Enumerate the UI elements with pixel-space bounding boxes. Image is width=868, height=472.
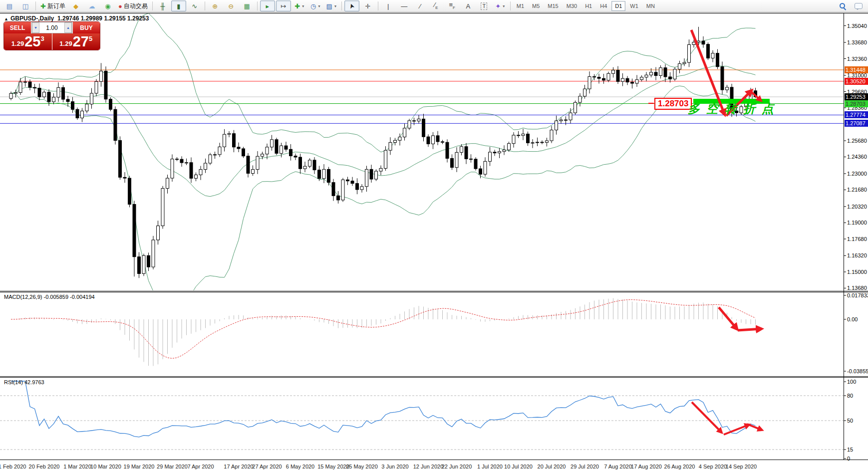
volume-stepper[interactable]: ▼ ▲ — [31, 22, 72, 33]
bull-bear-turning-point-note[interactable]: 多空转折点 — [688, 101, 780, 117]
date-tick-label: 20 Feb 2020 — [29, 464, 60, 470]
timeframe-w1[interactable]: W1 — [626, 1, 642, 11]
arrows-icon[interactable]: ✦▾ — [493, 0, 508, 11]
candlestick-chart-icon: ▮ — [177, 3, 180, 9]
date-tick-label: 29 Jul 2020 — [571, 464, 599, 470]
crosshair-icon[interactable]: ✛ — [360, 0, 375, 11]
volume-increase-button[interactable]: ▲ — [64, 22, 72, 33]
chart-shift-icon[interactable]: ↦ — [276, 0, 291, 11]
rsi-tick-label: 50 — [847, 418, 853, 424]
rsi-tick-label: 0 — [847, 456, 850, 462]
timeframe-h1[interactable]: H1 — [581, 1, 595, 11]
volume-decrease-button[interactable]: ▼ — [32, 22, 39, 33]
zoom-out-icon[interactable]: ⊖ — [224, 0, 239, 11]
community-icon[interactable]: ☁ — [84, 0, 99, 11]
date-tick-label: 20 Jul 2020 — [538, 464, 566, 470]
buy-button[interactable]: BUY — [73, 22, 100, 33]
timeframe-mn[interactable]: MN — [643, 1, 658, 11]
buy-price-display[interactable]: 1.29275 — [52, 33, 100, 50]
chat-icon[interactable] — [851, 0, 866, 11]
community-icon: ☁ — [88, 3, 95, 9]
fibonacci-icon[interactable]: ≡F — [445, 0, 460, 11]
charts-window-icon: ▤ — [6, 3, 12, 9]
date-tick-label: 12 Jun 2020 — [413, 464, 444, 470]
price-level-flag[interactable]: 1.28703 — [654, 98, 692, 110]
collapse-ohlc-icon[interactable]: ▲ — [4, 16, 8, 21]
timeframe-d1[interactable]: D1 — [611, 1, 625, 11]
price-tick-label: 1.21680 — [847, 187, 867, 193]
templates-icon[interactable]: ▨▾ — [324, 0, 339, 11]
volume-input[interactable] — [39, 22, 64, 33]
price-tick-label: 1.15000 — [847, 269, 867, 275]
price-tick-label: 1.17680 — [847, 236, 867, 242]
tile-windows-icon[interactable]: ▦ — [240, 0, 255, 11]
horizontal-line-icon[interactable]: — — [397, 0, 412, 11]
one-click-trading-panel[interactable]: SELL ▼ ▲ BUY 1.29253 1.29275 — [4, 22, 100, 50]
price-line-badge: 1.27087 — [845, 120, 868, 127]
search-icon[interactable] — [835, 0, 850, 11]
timeframe-m5[interactable]: M5 — [529, 1, 543, 11]
zoom-in-icon[interactable]: ⊕ — [208, 0, 223, 11]
periods-icon-dropdown[interactable]: ▾ — [318, 4, 320, 8]
templates-icon: ▨ — [326, 3, 332, 9]
auto-scroll-icon[interactable]: ▸ — [260, 0, 275, 11]
cursor-icon[interactable]: ➤ — [344, 0, 359, 11]
text-icon[interactable]: A — [461, 0, 476, 11]
price-line-badge: 1.29253 — [845, 93, 868, 100]
timeframe-h4[interactable]: H4 — [596, 1, 610, 11]
price-axis[interactable] — [844, 13, 868, 291]
price-tick-label: 1.32360 — [847, 56, 867, 62]
timeframe-m30[interactable]: M30 — [563, 1, 580, 11]
date-tick-label: 27 Apr 2020 — [252, 464, 282, 470]
channel-icon[interactable]: ∕E — [429, 0, 444, 11]
trendline-icon[interactable]: ∕ — [413, 0, 428, 11]
macd-axis[interactable] — [844, 292, 868, 377]
text-label-icon[interactable]: T — [477, 0, 492, 11]
tile-windows-icon: ▦ — [244, 3, 250, 9]
chart-shift-icon: ↦ — [281, 3, 286, 9]
chart-title: ▲GBPUSD-,Daily 1.29746 1.29989 1.29155 1… — [4, 15, 149, 22]
charts-window-icon[interactable]: ▤ — [2, 0, 17, 11]
date-tick-label: 10 Mar 2020 — [90, 464, 121, 470]
strategy-tester-icon[interactable]: ◫ — [18, 0, 33, 11]
market-icon[interactable]: ◆ — [68, 0, 83, 11]
indicators-icon-dropdown[interactable]: ▾ — [302, 4, 304, 8]
date-tick-label: 29 Mar 2020 — [157, 464, 188, 470]
date-tick-label: 15 May 2020 — [317, 464, 349, 470]
date-tick-label: 25 May 2020 — [346, 464, 378, 470]
date-tick-label: 3 Jun 2020 — [381, 464, 408, 470]
trendline-icon: ∕ — [420, 3, 421, 9]
vertical-line-icon[interactable]: | — [381, 0, 396, 11]
sell-button[interactable]: SELL — [4, 22, 31, 33]
autotrading-button-label: 自动交易 — [124, 2, 148, 10]
date-tick-label: 22 Jun 2020 — [442, 464, 472, 470]
cursor-icon: ➤ — [348, 2, 356, 10]
indicators-icon: ✚ — [294, 3, 300, 9]
ohlc-values: 1.29746 1.29989 1.29155 1.29253 — [57, 15, 149, 22]
toolbar: ▤◫✚新订单◆☁◉●自动交易╫▮∿⊕⊖▦▸↦✚▾◷▾▨▾➤✛|—∕∕E≡FAT✦… — [0, 0, 868, 12]
indicators-icon[interactable]: ✚▾ — [292, 0, 307, 11]
arrows-icon-dropdown[interactable]: ▾ — [503, 4, 505, 8]
date-tick-label: 7 Apr 2020 — [187, 464, 214, 470]
new-order-button: ✚ — [40, 3, 46, 9]
signals-icon[interactable]: ◉ — [100, 0, 115, 11]
autotrading-button: ● — [118, 3, 122, 9]
candlestick-chart-icon[interactable]: ▮ — [171, 0, 186, 11]
sell-price-display[interactable]: 1.29253 — [4, 33, 52, 50]
line-chart-icon[interactable]: ∿ — [187, 0, 202, 11]
date-tick-label: 6 May 2020 — [286, 464, 314, 470]
price-tick-label: 1.16320 — [847, 252, 867, 258]
new-order-button[interactable]: ✚新订单 — [38, 0, 67, 11]
bar-chart-icon[interactable]: ╫ — [155, 0, 170, 11]
buy-price-big: 27 — [73, 34, 89, 49]
periods-icon[interactable]: ◷▾ — [308, 0, 323, 11]
templates-icon-dropdown[interactable]: ▾ — [334, 4, 336, 8]
line-chart-icon: ∿ — [192, 3, 197, 9]
timeframe-m1[interactable]: M1 — [513, 1, 528, 11]
rsi-tick-label: 100 — [847, 379, 856, 385]
arrows-icon: ✦ — [495, 3, 501, 9]
buy-price-prefix: 1.29 — [59, 40, 72, 47]
autotrading-button[interactable]: ●自动交易 — [116, 0, 150, 11]
timeframe-m15[interactable]: M15 — [544, 1, 562, 11]
chart-canvas[interactable] — [0, 0, 868, 472]
